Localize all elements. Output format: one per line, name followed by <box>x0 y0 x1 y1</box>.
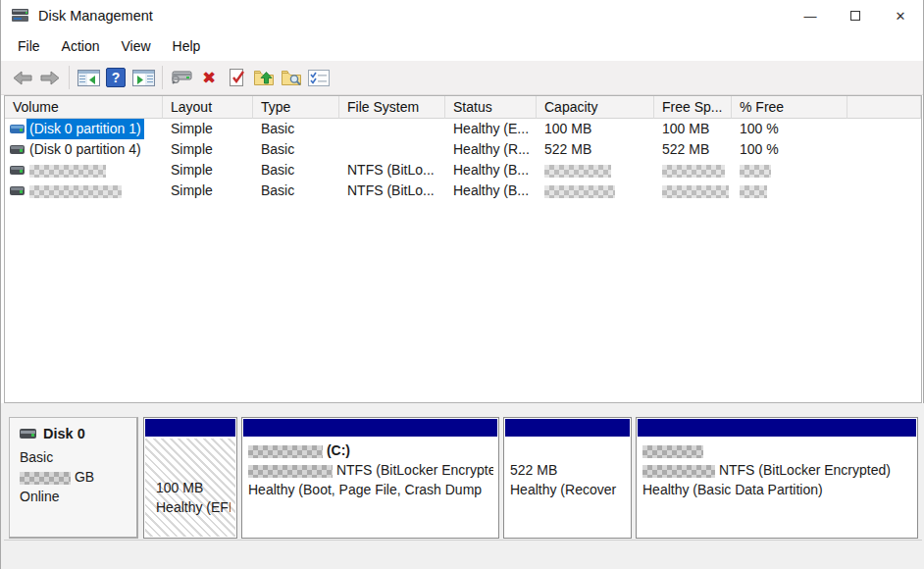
disk-size: GB <box>20 467 136 487</box>
partition-size: 522 MB <box>510 460 626 480</box>
back-arrow-icon[interactable] <box>9 65 36 91</box>
disk-status: Online <box>20 487 136 506</box>
partition-name: (C:) <box>248 440 493 460</box>
table-row[interactable]: Simple Basic NTFS (BitLo... Healthy (B..… <box>5 181 921 201</box>
cell-free-space-redacted <box>654 181 732 201</box>
header-status[interactable]: Status <box>445 96 537 119</box>
show-action-pane-icon[interactable] <box>129 65 157 91</box>
toolbar-separator <box>162 66 163 89</box>
header-empty[interactable] <box>847 96 921 119</box>
partition-status: Healthy (Recover <box>510 480 626 499</box>
header-layout[interactable]: Layout <box>163 96 253 119</box>
partition-data[interactable]: NTFS (BitLocker Encrypted) Healthy (Basi… <box>636 417 918 539</box>
partition-color-bar <box>638 419 916 438</box>
svg-text:?: ? <box>112 70 121 85</box>
table-row[interactable]: Simple Basic NTFS (BitLo... Healthy (B..… <box>5 160 921 181</box>
partition-color-bar <box>243 419 497 438</box>
cell-file-system <box>339 139 445 160</box>
checklist-icon[interactable] <box>305 65 333 91</box>
cell-file-system: NTFS (BitLo... <box>339 181 445 201</box>
menu-help[interactable]: Help <box>162 34 212 58</box>
window-controls: — ✕ <box>788 0 923 31</box>
volume-list-panel: Volume Layout Type File System Status Ca… <box>4 95 922 403</box>
partition-status: Healthy (Basic Data Partition) <box>642 480 912 499</box>
partition-status: Healthy (EFI <box>151 497 231 517</box>
header-percent-free[interactable]: % Free <box>732 96 847 119</box>
partition-color-bar <box>145 419 235 438</box>
cell-type: Basic <box>253 160 339 181</box>
toolbar-separator <box>69 66 70 89</box>
disk-management-window: Disk Management — ✕ File Action View Hel… <box>0 0 924 569</box>
table-row[interactable]: (Disk 0 partition 1) Simple Basic Health… <box>5 119 921 139</box>
maximize-icon <box>850 11 860 21</box>
panel-divider <box>4 540 922 541</box>
menu-view[interactable]: View <box>110 34 161 58</box>
minimize-button[interactable]: — <box>788 0 833 31</box>
cell-layout: Simple <box>163 160 253 181</box>
delete-red-x-icon[interactable]: ✖ <box>195 65 223 91</box>
page-checkmark-icon[interactable] <box>223 65 250 91</box>
cell-file-system: NTFS (BitLo... <box>339 160 445 181</box>
partition-efi[interactable]: 100 MB Healthy (EFI <box>143 417 237 539</box>
partition-size: 100 MB <box>151 478 231 497</box>
folder-magnifier-icon[interactable] <box>278 65 305 91</box>
partition-size-fs: NTFS (BitLocker Encrypted) <box>248 460 493 480</box>
cell-status: Healthy (R... <box>445 139 537 160</box>
disk-management-app-icon <box>11 8 30 24</box>
volume-name-redacted <box>26 160 109 181</box>
cell-type: Basic <box>253 181 339 201</box>
cell-percent-free: 100 % <box>732 139 847 160</box>
header-volume[interactable]: Volume <box>5 96 163 119</box>
header-type[interactable]: Type <box>253 96 339 119</box>
toolbar: ? ✖ <box>1 61 923 95</box>
cell-capacity-redacted <box>537 160 654 181</box>
partition-c[interactable]: (C:) NTFS (BitLocker Encrypted) Healthy … <box>241 417 499 539</box>
disk-icon <box>20 429 36 439</box>
volume-drive-icon <box>10 145 25 154</box>
forward-arrow-icon[interactable] <box>36 65 64 91</box>
cell-percent-free-redacted <box>732 181 847 201</box>
cell-capacity-redacted <box>537 181 654 201</box>
maximize-button[interactable] <box>833 0 878 31</box>
partition-status: Healthy (Boot, Page File, Crash Dump <box>248 480 493 499</box>
cell-type: Basic <box>253 139 339 160</box>
volume-name: (Disk 0 partition 1) <box>26 119 144 139</box>
cell-percent-free: 100 % <box>732 119 847 139</box>
cell-capacity: 522 MB <box>537 139 654 160</box>
volume-name-redacted <box>26 181 125 201</box>
disk0-label-box[interactable]: Disk 0 Basic GB Online <box>9 417 138 539</box>
header-free-space[interactable]: Free Sp... <box>654 96 732 119</box>
cell-status: Healthy (E... <box>445 119 537 139</box>
cell-layout: Simple <box>163 139 253 160</box>
cell-layout: Simple <box>163 181 253 201</box>
menu-file[interactable]: File <box>7 34 51 58</box>
window-title: Disk Management <box>38 8 153 24</box>
cell-percent-free-redacted <box>732 160 847 181</box>
cell-status: Healthy (B... <box>445 181 537 201</box>
volume-table-header: Volume Layout Type File System Status Ca… <box>5 96 921 119</box>
cell-free-space-redacted <box>654 160 732 181</box>
cell-status: Healthy (B... <box>445 160 537 181</box>
cell-type: Basic <box>253 119 339 139</box>
header-capacity[interactable]: Capacity <box>537 96 654 119</box>
disk-type: Basic <box>20 447 136 467</box>
volume-drive-icon <box>10 186 25 195</box>
disk-name: Disk 0 <box>43 426 85 441</box>
disk-rescan-icon[interactable] <box>168 65 195 91</box>
folder-up-arrow-icon[interactable] <box>250 65 278 91</box>
close-button[interactable]: ✕ <box>878 0 923 31</box>
table-row[interactable]: (Disk 0 partition 4) Simple Basic Health… <box>5 139 921 160</box>
partition-body: 100 MB Healthy (EFI <box>145 439 235 537</box>
menu-bar: File Action View Help <box>1 31 923 61</box>
show-console-tree-icon[interactable] <box>75 65 102 91</box>
cell-layout: Simple <box>163 119 253 139</box>
cell-capacity: 100 MB <box>537 119 654 139</box>
volume-drive-icon <box>10 166 25 175</box>
help-icon[interactable]: ? <box>102 65 129 91</box>
cell-file-system <box>339 119 445 139</box>
header-file-system[interactable]: File System <box>339 96 445 119</box>
menu-action[interactable]: Action <box>51 34 111 58</box>
disk-graphical-panel: Disk 0 Basic GB Online 100 MB Healthy (E… <box>1 403 924 569</box>
partition-size-fs: NTFS (BitLocker Encrypted) <box>642 460 912 480</box>
partition-recovery[interactable]: 522 MB Healthy (Recover <box>503 417 632 539</box>
